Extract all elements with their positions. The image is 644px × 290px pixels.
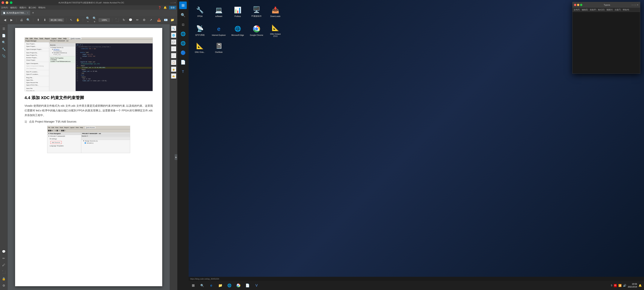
minimize-btn[interactable] (6, 1, 8, 4)
desktop-icon-download[interactable]: 📥 DownLoade (268, 4, 283, 19)
zoom-level[interactable]: 139% (99, 18, 110, 22)
comment-btn[interactable]: 💬 (128, 17, 133, 23)
page-indicator[interactable]: 48 (48 / 401) (49, 18, 64, 22)
browser-taskbar-btn[interactable]: 🌐 (178, 30, 188, 39)
typora-menu-edit[interactable]: 编辑(E) (582, 9, 588, 11)
redact-btn[interactable]: ⬛ (1, 269, 7, 275)
taskview-btn[interactable]: ⊡ (178, 20, 188, 29)
protect-tool-btn[interactable]: 🔒 (171, 67, 176, 72)
pdf-page-wrapper[interactable]: FileEditFlowToolsReportLayoutViewHelp Qu… (8, 24, 170, 290)
notifications-bell[interactable]: 🔔 (638, 284, 642, 287)
menu-view[interactable]: 视图(V) (20, 6, 26, 9)
settings-panel-btn[interactable]: ⚙ (1, 282, 7, 288)
share-icon-btn[interactable]: 📤 (156, 17, 162, 23)
desktop-icon-profess[interactable]: 📊 Profess (230, 4, 245, 19)
copy-tool-btn[interactable]: 📋 (171, 60, 176, 65)
highlight-tool-btn[interactable]: ✏ (171, 46, 176, 52)
typora-minimize-btn[interactable]: — (632, 4, 634, 6)
taskbar-chrome-btn[interactable] (234, 281, 243, 290)
desktop-icon-ie[interactable]: e Internet Explorer (211, 23, 226, 38)
attachments-btn[interactable]: 📎 (1, 53, 7, 59)
expand-panel-btn[interactable]: ▶ (175, 154, 177, 160)
desktop-icon-onenote[interactable]: 📓 OneNote (211, 40, 226, 55)
sign-in-btn[interactable]: 登录 (169, 6, 176, 10)
pages-panel-btn[interactable]: 📄 (1, 33, 7, 39)
desktop-icon-fpga[interactable]: 🔧 FPGA (192, 4, 208, 19)
notification-icon[interactable]: 🔔 (164, 6, 167, 9)
typora-menu-file[interactable]: 文件(F) (574, 9, 580, 11)
typora-menu-theme[interactable]: 主题(T) (614, 9, 621, 11)
desktop-icon-signal[interactable]: 📡 信号与系统 (192, 23, 208, 38)
bookmark-panel-btn[interactable]: ☰ (1, 26, 7, 32)
zoom-in-btn[interactable]: 🔍+ (92, 17, 97, 23)
highlight-btn[interactable]: ✏ (135, 17, 140, 23)
typora-close-btn[interactable] (574, 4, 576, 6)
stamp-tool-btn[interactable]: 🖊 (171, 53, 176, 59)
desktop-icon-pc-software[interactable]: 🖥️ PC配套软件 (249, 4, 264, 19)
more-btn[interactable]: 📧 (163, 17, 168, 23)
maximize-btn[interactable] (10, 1, 12, 4)
desktop-icon-chrome[interactable]: Google Chrome (249, 23, 264, 38)
edge-taskbar-btn[interactable]: 🌐 (178, 39, 188, 48)
desktop-icon-octave2[interactable]: 📐 GNU Octa... (192, 40, 208, 55)
desktop-icon-software[interactable]: 💻 software (211, 4, 226, 19)
tab-close-btn[interactable]: ✕ (27, 12, 28, 14)
search-taskbar-btn[interactable]: 🔍 (178, 11, 188, 20)
typora-editor-body[interactable] (572, 12, 640, 74)
download-btn[interactable]: 📁 (170, 17, 175, 23)
protect-btn[interactable]: 🔒 (1, 276, 7, 282)
comment-tool-btn[interactable]: 💬 (171, 39, 176, 45)
nav-up-btn[interactable]: ⬆ (36, 17, 41, 23)
menu-file[interactable]: 文件(F) (1, 6, 8, 9)
taskbar-ie-btn[interactable]: e (207, 281, 216, 290)
select-tool-btn[interactable]: ↖ (69, 17, 74, 23)
add-sources-btn[interactable]: Add Sources (50, 141, 62, 144)
rotate-btn[interactable]: ↻ (121, 17, 126, 23)
close-btn[interactable] (2, 1, 4, 4)
hand-tool-btn[interactable]: ✋ (75, 17, 80, 23)
search-panel-btn[interactable]: 🔍 (1, 39, 7, 45)
acrobat-taskbar-btn[interactable]: 📄 (178, 58, 188, 67)
tools-panel-btn[interactable]: 🔧 (1, 46, 7, 52)
edit-btn[interactable]: ⚙ (142, 17, 147, 23)
typora-taskbar-btn[interactable]: T (178, 67, 188, 76)
new-tab-btn[interactable]: + (31, 11, 35, 15)
zoom-out-btn[interactable]: 🔍− (85, 17, 90, 23)
sign-tool-btn[interactable]: ✍ (171, 73, 176, 79)
typora-close-x-btn[interactable]: ✕ (637, 4, 638, 6)
print-btn[interactable]: 🖨 (19, 17, 24, 23)
chrome-taskbar-btn[interactable]: 🔵 (178, 48, 188, 57)
taskbar-search-btn[interactable]: 🔍 (198, 281, 207, 290)
prev-page-btn[interactable]: ◀ (2, 17, 8, 23)
next-page-btn[interactable]: ▶ (9, 17, 14, 23)
taskbar-acrobat-btn[interactable]: 📄 (243, 281, 252, 290)
menu-edit[interactable]: 编辑(E) (10, 6, 17, 9)
taskbar-start-btn[interactable]: ⊞ (189, 281, 198, 290)
search-btn[interactable]: 🔍 (26, 17, 31, 23)
typora-max-btn[interactable] (580, 4, 582, 6)
start-btn[interactable]: ⊞ (179, 2, 187, 9)
current-tab[interactable]: 📄 ALINX黑金AX7350... ✕ (1, 11, 30, 15)
taskbar-edge-btn[interactable]: 🌐 (225, 281, 234, 290)
desktop-icon-octave-cli[interactable]: 📐 GNU Octave (CLI) (268, 23, 283, 38)
share-btn[interactable]: ↗ (148, 17, 154, 23)
review-btn[interactable]: ✏ (1, 255, 7, 261)
taskbar-vivado-btn[interactable]: V (252, 281, 261, 290)
typora-maximize-btn[interactable]: □ (634, 4, 636, 6)
menu-help[interactable]: 帮助(H) (38, 6, 45, 9)
menu-window[interactable]: 窗口(W) (28, 6, 36, 9)
taskbar-folder-btn[interactable]: 📁 (216, 281, 225, 290)
typora-menu-format[interactable]: 格式(O) (598, 9, 604, 11)
desktop-icon-edge[interactable]: 🌐 Microsoft Edge (230, 23, 245, 38)
typora-menu-view[interactable]: 视图(V) (606, 9, 613, 11)
typora-menu-help[interactable]: 帮助(H) (623, 9, 629, 11)
page-zoom-btn[interactable]: 🔍 (171, 26, 176, 31)
help-icon[interactable]: ❓ (158, 6, 161, 9)
stamp-btn[interactable]: 🖊 (1, 262, 7, 268)
typora-menu-paragraph[interactable]: 段落(P) (590, 9, 596, 11)
typora-min-btn[interactable] (577, 4, 579, 6)
fit-page-btn[interactable]: ⬛ (114, 17, 120, 23)
comment-panel-btn[interactable]: 💬 (1, 248, 7, 254)
translate-btn[interactable]: 🌐 (171, 33, 176, 38)
nav-down-btn[interactable]: ⬇ (42, 17, 48, 23)
